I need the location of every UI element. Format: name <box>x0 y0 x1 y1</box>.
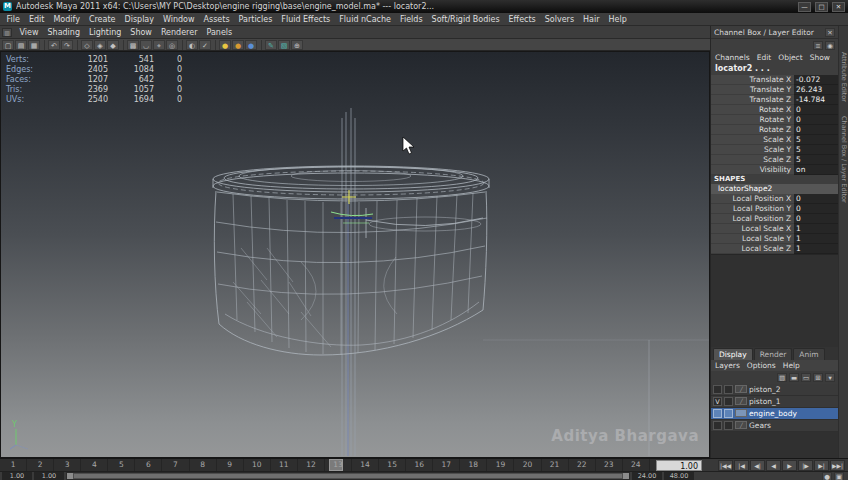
layer-color-swatch[interactable] <box>735 409 747 417</box>
layer-display-type-toggle[interactable] <box>724 385 733 394</box>
channel-value-field[interactable]: -0.072 <box>794 75 838 85</box>
minimize-button[interactable]: — <box>798 2 811 12</box>
channel-name[interactable]: Scale Y <box>711 145 794 155</box>
channel-value-field[interactable]: 1 <box>794 234 838 244</box>
channel-name[interactable]: Local Scale Y <box>711 234 794 244</box>
tab-channel-box-layer-editor[interactable]: Channel Box / Layer Editor <box>840 116 848 203</box>
channel-value-field[interactable]: 1 <box>794 224 838 234</box>
hypershade-icon[interactable]: ▧ <box>278 40 290 50</box>
new-layer-from-selected-icon[interactable]: ⊞ <box>813 373 823 382</box>
render-settings-icon[interactable]: ● <box>245 40 257 50</box>
panel-menu-panels[interactable]: Panels <box>202 28 237 37</box>
menu-fields[interactable]: Fields <box>395 15 427 24</box>
timeline-frame[interactable]: 15 <box>379 459 406 471</box>
range-slider-bar[interactable] <box>74 474 622 478</box>
menu-particles[interactable]: Particles <box>234 15 277 24</box>
select-by-hierarchy-icon[interactable]: ◇ <box>81 40 93 50</box>
channel-value-field[interactable]: 26.243 <box>794 85 838 95</box>
panel-layout-icon[interactable]: ▥ <box>2 28 12 37</box>
layer-visibility-toggle[interactable] <box>713 421 722 430</box>
layer-menu-icon[interactable]: ▾ <box>825 373 835 382</box>
channel-value-field[interactable]: 0 <box>794 105 838 115</box>
layer-row-piston_2[interactable]: ╱ piston_2 <box>711 384 838 396</box>
timeline-frame[interactable]: 24 <box>623 459 650 471</box>
timeline-frame[interactable]: 13 <box>325 459 352 471</box>
channel-name[interactable]: Local Scale Z <box>711 244 794 254</box>
channel-value-field[interactable]: on <box>794 165 838 175</box>
channel-name[interactable]: Translate Z <box>711 95 794 105</box>
snap-to-view-icon[interactable]: ◎ <box>166 40 178 50</box>
channel-name[interactable]: Visibility <box>711 165 794 175</box>
menu-file[interactable]: File <box>2 15 24 24</box>
menu-fluid-effects[interactable]: Fluid Effects <box>277 15 335 24</box>
play-forward-button[interactable]: ▶ <box>782 460 797 471</box>
layer-visibility-toggle[interactable]: V <box>713 397 722 406</box>
show-menu[interactable]: Show <box>810 53 830 62</box>
construction-history-icon[interactable]: ✓ <box>199 40 211 50</box>
layer-color-icon[interactable]: ▧ <box>777 373 787 382</box>
layer-name[interactable]: piston_1 <box>749 397 781 406</box>
layer-name[interactable]: Gears <box>749 421 771 430</box>
layers-menu[interactable]: Layers <box>715 361 740 370</box>
layer-visibility-toggle[interactable] <box>713 409 722 418</box>
timeline-frame[interactable]: 1 <box>0 459 27 471</box>
channel-value-field[interactable]: 0 <box>794 214 838 224</box>
menu-edit[interactable]: Edit <box>24 15 49 24</box>
selected-object-name[interactable]: locator2 . . . <box>711 63 838 75</box>
channel-value-field[interactable]: 5 <box>794 145 838 155</box>
menu-modify[interactable]: Modify <box>49 15 85 24</box>
timeline-frame[interactable]: 3 <box>54 459 81 471</box>
channel-name[interactable]: Translate Y <box>711 85 794 95</box>
timeline-frame[interactable]: 16 <box>406 459 433 471</box>
undo-icon[interactable]: ↶ <box>48 40 60 50</box>
snap-to-point-icon[interactable]: ⌖ <box>153 40 165 50</box>
object-menu[interactable]: Object <box>778 53 802 62</box>
snap-to-curve-icon[interactable]: ◡ <box>140 40 152 50</box>
move-layer-icon[interactable]: ▬ <box>789 373 799 382</box>
timeline-frame[interactable]: 9 <box>217 459 244 471</box>
tab-anim[interactable]: Anim <box>793 348 824 360</box>
shape-node-name[interactable]: locatorShape2 <box>711 184 838 194</box>
timeline-frame[interactable]: 10 <box>244 459 271 471</box>
timeline-frame[interactable]: 5 <box>108 459 135 471</box>
options-menu[interactable]: Options <box>747 361 776 370</box>
range-slider-handle-right[interactable] <box>623 473 629 479</box>
channel-name[interactable]: Rotate Y <box>711 115 794 125</box>
channel-sliders-icon[interactable]: ≡ <box>813 41 823 50</box>
panel-menu-show[interactable]: Show <box>126 28 157 37</box>
menu-hair[interactable]: Hair <box>579 15 604 24</box>
menu-effects[interactable]: Effects <box>504 15 540 24</box>
paint-effects-icon[interactable]: ✎ <box>265 40 277 50</box>
range-slider[interactable] <box>66 472 630 480</box>
help-menu[interactable]: Help <box>783 361 800 370</box>
ipr-render-icon[interactable]: ● <box>232 40 244 50</box>
timeline-frame[interactable]: 20 <box>514 459 541 471</box>
range-slider-handle-left[interactable] <box>67 473 73 479</box>
channel-name[interactable]: Rotate Z <box>711 125 794 135</box>
channel-value-field[interactable]: 5 <box>794 155 838 165</box>
channel-value-field[interactable]: 0 <box>794 115 838 125</box>
layer-row-gears[interactable]: ╱ Gears <box>711 420 838 432</box>
layer-visibility-toggle[interactable] <box>713 385 722 394</box>
current-time-field[interactable]: 1.00 <box>656 460 702 471</box>
channel-name[interactable]: Translate X <box>711 75 794 85</box>
auto-keyframe-icon[interactable]: ● <box>822 472 832 480</box>
layer-row-piston_1[interactable]: V ╱ piston_1 <box>711 396 838 408</box>
layer-name[interactable]: piston_2 <box>749 385 781 394</box>
panel-menu-lighting[interactable]: Lighting <box>84 28 125 37</box>
channel-name[interactable]: Local Position Y <box>711 204 794 214</box>
layer-display-type-toggle[interactable] <box>724 409 733 418</box>
step-forward-key-button[interactable]: |▶ <box>798 460 813 471</box>
layer-color-swatch[interactable]: ╱ <box>735 397 747 405</box>
range-start-field[interactable]: 1.00 <box>2 472 32 480</box>
time-slider[interactable]: 1 2 3 4 5 6 7 8 9 10 11 12 13 14 15 16 1… <box>0 459 650 471</box>
playback-start-field[interactable]: 1.00 <box>34 472 64 480</box>
menu-fluid-ncache[interactable]: Fluid nCache <box>335 15 396 24</box>
panel-menu-view[interactable]: View <box>15 28 43 37</box>
channel-name[interactable]: Local Position X <box>711 194 794 204</box>
layer-display-type-toggle[interactable] <box>724 421 733 430</box>
timeline-frame[interactable]: 22 <box>569 459 596 471</box>
menu-window[interactable]: Window <box>159 15 200 24</box>
timeline-frame[interactable]: 17 <box>433 459 460 471</box>
menu-display[interactable]: Display <box>120 15 159 24</box>
